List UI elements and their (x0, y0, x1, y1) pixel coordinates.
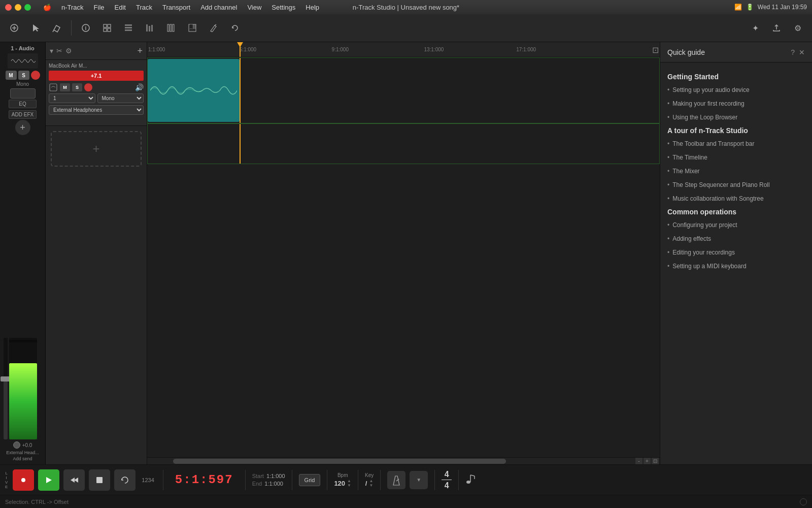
tool-mix[interactable] (162, 19, 180, 37)
track-filter-btn[interactable]: ▾ (50, 47, 53, 55)
zoom-fit-btn[interactable]: ⊡ (652, 45, 659, 54)
metronome-dropdown[interactable]: ▼ (410, 471, 428, 489)
status-bar: Selection. CTRL -> Offset (0, 495, 812, 508)
tool-settings[interactable]: ⚙ (789, 19, 807, 37)
track-solo-btn[interactable]: S (72, 83, 82, 91)
track-channel-select[interactable]: 1Mono (49, 93, 95, 103)
menu-edit[interactable]: Edit (113, 3, 128, 12)
tool-upload[interactable] (767, 19, 786, 37)
qg-item-mixer[interactable]: • The Mixer (667, 167, 805, 176)
tool-info[interactable]: i (77, 19, 95, 37)
menu-ntrack[interactable]: n-Track (59, 3, 86, 12)
svg-rect-27 (50, 84, 57, 91)
eq-button[interactable] (10, 88, 36, 99)
note-icon-button[interactable] (465, 473, 476, 487)
h-scrollbar[interactable]: - + ⊡ (147, 457, 660, 464)
tool-sparkle[interactable]: ✦ (746, 19, 764, 37)
tool-edit[interactable] (48, 19, 66, 37)
transport-div-5 (358, 470, 358, 490)
key-down[interactable]: ▼ (369, 484, 373, 488)
qg-item-first-recording[interactable]: • Making your first recording (667, 100, 805, 108)
menu-transport[interactable]: Transport (160, 3, 192, 12)
track-icon-area[interactable] (49, 83, 58, 92)
tracks-content (147, 57, 660, 457)
tool-pencil[interactable] (205, 19, 223, 37)
menu-view[interactable]: View (245, 3, 263, 12)
track-mode-select[interactable]: Mono (97, 93, 144, 103)
status-settings-btn[interactable] (800, 498, 807, 505)
menu-file[interactable]: File (92, 3, 107, 12)
qg-item-collaboration[interactable]: • Music collaboration with Songtree (667, 195, 805, 203)
playhead-indicator[interactable] (240, 42, 241, 57)
minimize-button[interactable] (15, 4, 21, 11)
tool-select[interactable] (26, 19, 45, 37)
close-guide-icon[interactable]: ✕ (799, 48, 805, 56)
track-rec-btn[interactable] (84, 83, 92, 91)
metronome-button[interactable] (387, 471, 405, 489)
record-arm-button[interactable] (31, 71, 40, 80)
add-track-btn[interactable]: + (137, 46, 143, 56)
svg-rect-12 (125, 29, 132, 31)
menu-add-channel[interactable]: Add channel (198, 3, 239, 12)
qg-link-toolbar: The Toolbar and Transport bar (672, 140, 754, 148)
apple-menu[interactable]: 🍎 (41, 3, 53, 12)
add-channel-button[interactable]: + (15, 120, 30, 135)
track-volume-bar[interactable]: +7.1 (49, 71, 144, 81)
mute-button[interactable]: M (6, 71, 17, 80)
grid-button[interactable]: Grid (299, 474, 321, 486)
eq-label[interactable]: EQ (9, 100, 37, 108)
tool-snap[interactable] (119, 19, 138, 37)
qg-link-effects: Adding effects (672, 235, 711, 243)
tempo-label: 1234 (142, 477, 154, 483)
track-playhead (240, 58, 241, 123)
qg-item-sequencer[interactable]: • The Step Sequencer and Piano Roll (667, 181, 805, 189)
key-section: Key / ▲ ▼ (365, 472, 374, 488)
fit-btn[interactable]: ⊡ (652, 458, 659, 465)
live-label-2: I (6, 475, 7, 480)
menu-track[interactable]: Track (134, 3, 154, 12)
track-mute-btn[interactable]: M (60, 83, 70, 91)
menu-settings[interactable]: Settings (269, 3, 297, 12)
tool-bars[interactable] (141, 19, 159, 37)
record-button[interactable] (13, 469, 34, 491)
qg-item-effects[interactable]: • Adding effects (667, 235, 805, 243)
qg-item-midi[interactable]: • Setting up a MIDI keyboard (667, 262, 805, 271)
rewind-button[interactable] (63, 469, 85, 491)
menu-help[interactable]: Help (303, 3, 321, 12)
bullet-3: • (667, 114, 669, 121)
wifi-icon: 📶 (734, 4, 742, 11)
track-settings-icon[interactable]: ⚙ (65, 47, 72, 55)
bpm-down[interactable]: ▼ (347, 484, 351, 488)
play-button[interactable] (38, 469, 59, 491)
qg-item-timeline[interactable]: • The Timeline (667, 153, 805, 162)
qg-item-toolbar[interactable]: • The Toolbar and Transport bar (667, 140, 805, 148)
add-efx-label[interactable]: ADD EFX (9, 110, 37, 119)
loop-button[interactable] (114, 469, 136, 491)
track-volume-icon[interactable]: 🔊 (135, 83, 144, 91)
zoom-in-btn[interactable]: + (644, 458, 651, 465)
transport-div-8 (458, 470, 459, 490)
audio-clip-1[interactable] (148, 59, 240, 122)
add-track-area[interactable]: + (51, 131, 142, 167)
close-button[interactable] (5, 4, 12, 11)
solo-button[interactable]: S (18, 71, 29, 80)
help-icon[interactable]: ? (791, 48, 795, 56)
tool-add[interactable] (5, 19, 23, 37)
h-scrollbar-thumb[interactable] (173, 459, 506, 464)
qg-item-editing[interactable]: • Editing your recordings (667, 248, 805, 257)
tool-grid[interactable] (98, 19, 116, 37)
tool-piano[interactable] (183, 19, 201, 37)
zoom-out-btn[interactable]: - (635, 458, 642, 465)
add-send-button[interactable]: Add send (13, 456, 32, 461)
maximize-button[interactable] (24, 4, 31, 11)
track-output-select[interactable]: External Headphones (49, 105, 144, 115)
key-up[interactable]: ▲ (369, 479, 373, 483)
track-edit-icon[interactable]: ✂ (56, 47, 62, 55)
volume-fader-track[interactable] (4, 338, 8, 439)
qg-item-configure[interactable]: • Configuring your project (667, 221, 805, 230)
qg-item-audio-device[interactable]: • Setting up your audio device (667, 86, 805, 94)
qg-item-loop-browser[interactable]: • Using the Loop Browser (667, 113, 805, 122)
bpm-up[interactable]: ▲ (347, 479, 351, 483)
tool-refresh[interactable] (226, 19, 244, 37)
stop-button[interactable] (89, 469, 110, 491)
